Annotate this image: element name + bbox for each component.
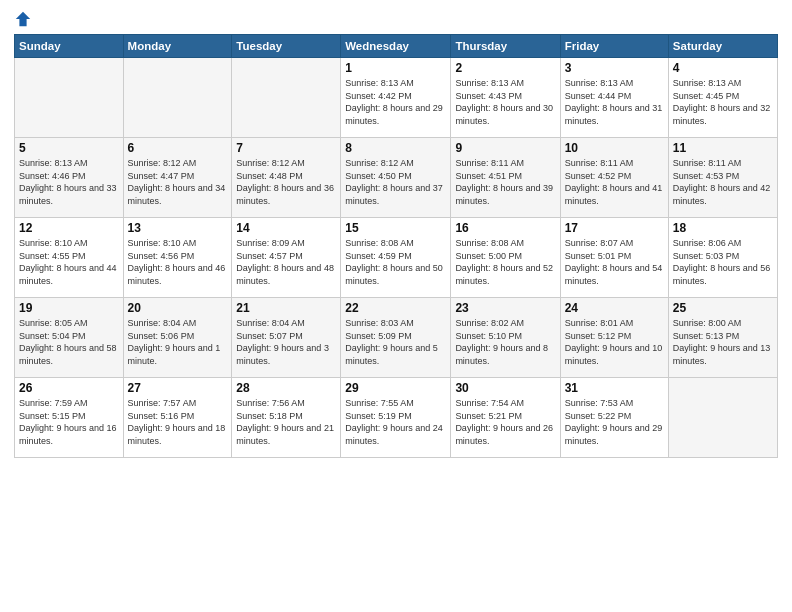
calendar-cell: 25Sunrise: 8:00 AM Sunset: 5:13 PM Dayli… [668, 298, 777, 378]
day-info: Sunrise: 8:10 AM Sunset: 4:55 PM Dayligh… [19, 237, 119, 287]
day-info: Sunrise: 8:13 AM Sunset: 4:44 PM Dayligh… [565, 77, 664, 127]
day-info: Sunrise: 8:04 AM Sunset: 5:06 PM Dayligh… [128, 317, 228, 367]
calendar-cell: 15Sunrise: 8:08 AM Sunset: 4:59 PM Dayli… [341, 218, 451, 298]
day-info: Sunrise: 7:57 AM Sunset: 5:16 PM Dayligh… [128, 397, 228, 447]
day-info: Sunrise: 8:06 AM Sunset: 5:03 PM Dayligh… [673, 237, 773, 287]
calendar-cell: 23Sunrise: 8:02 AM Sunset: 5:10 PM Dayli… [451, 298, 560, 378]
day-info: Sunrise: 8:07 AM Sunset: 5:01 PM Dayligh… [565, 237, 664, 287]
calendar-cell [232, 58, 341, 138]
calendar-cell: 7Sunrise: 8:12 AM Sunset: 4:48 PM Daylig… [232, 138, 341, 218]
day-number: 14 [236, 221, 336, 235]
calendar-cell: 3Sunrise: 8:13 AM Sunset: 4:44 PM Daylig… [560, 58, 668, 138]
calendar-cell: 28Sunrise: 7:56 AM Sunset: 5:18 PM Dayli… [232, 378, 341, 458]
calendar: SundayMondayTuesdayWednesdayThursdayFrid… [14, 34, 778, 458]
day-info: Sunrise: 8:00 AM Sunset: 5:13 PM Dayligh… [673, 317, 773, 367]
calendar-week-row: 1Sunrise: 8:13 AM Sunset: 4:42 PM Daylig… [15, 58, 778, 138]
day-info: Sunrise: 8:12 AM Sunset: 4:48 PM Dayligh… [236, 157, 336, 207]
calendar-cell: 8Sunrise: 8:12 AM Sunset: 4:50 PM Daylig… [341, 138, 451, 218]
day-number: 17 [565, 221, 664, 235]
day-number: 5 [19, 141, 119, 155]
day-number: 2 [455, 61, 555, 75]
calendar-cell: 1Sunrise: 8:13 AM Sunset: 4:42 PM Daylig… [341, 58, 451, 138]
calendar-week-row: 12Sunrise: 8:10 AM Sunset: 4:55 PM Dayli… [15, 218, 778, 298]
calendar-cell: 22Sunrise: 8:03 AM Sunset: 5:09 PM Dayli… [341, 298, 451, 378]
weekday-header: Sunday [15, 35, 124, 58]
calendar-cell: 18Sunrise: 8:06 AM Sunset: 5:03 PM Dayli… [668, 218, 777, 298]
calendar-cell: 27Sunrise: 7:57 AM Sunset: 5:16 PM Dayli… [123, 378, 232, 458]
calendar-cell: 31Sunrise: 7:53 AM Sunset: 5:22 PM Dayli… [560, 378, 668, 458]
day-number: 21 [236, 301, 336, 315]
day-info: Sunrise: 8:13 AM Sunset: 4:45 PM Dayligh… [673, 77, 773, 127]
day-number: 31 [565, 381, 664, 395]
day-number: 30 [455, 381, 555, 395]
calendar-cell: 20Sunrise: 8:04 AM Sunset: 5:06 PM Dayli… [123, 298, 232, 378]
calendar-cell: 26Sunrise: 7:59 AM Sunset: 5:15 PM Dayli… [15, 378, 124, 458]
calendar-cell [15, 58, 124, 138]
day-number: 16 [455, 221, 555, 235]
day-info: Sunrise: 7:59 AM Sunset: 5:15 PM Dayligh… [19, 397, 119, 447]
calendar-cell: 14Sunrise: 8:09 AM Sunset: 4:57 PM Dayli… [232, 218, 341, 298]
day-number: 11 [673, 141, 773, 155]
calendar-cell: 19Sunrise: 8:05 AM Sunset: 5:04 PM Dayli… [15, 298, 124, 378]
day-info: Sunrise: 8:05 AM Sunset: 5:04 PM Dayligh… [19, 317, 119, 367]
day-number: 7 [236, 141, 336, 155]
day-number: 13 [128, 221, 228, 235]
day-info: Sunrise: 8:10 AM Sunset: 4:56 PM Dayligh… [128, 237, 228, 287]
day-info: Sunrise: 8:11 AM Sunset: 4:52 PM Dayligh… [565, 157, 664, 207]
calendar-cell [668, 378, 777, 458]
logo [14, 10, 34, 28]
day-number: 6 [128, 141, 228, 155]
calendar-cell: 21Sunrise: 8:04 AM Sunset: 5:07 PM Dayli… [232, 298, 341, 378]
calendar-week-row: 19Sunrise: 8:05 AM Sunset: 5:04 PM Dayli… [15, 298, 778, 378]
day-info: Sunrise: 8:03 AM Sunset: 5:09 PM Dayligh… [345, 317, 446, 367]
calendar-cell: 2Sunrise: 8:13 AM Sunset: 4:43 PM Daylig… [451, 58, 560, 138]
day-info: Sunrise: 8:02 AM Sunset: 5:10 PM Dayligh… [455, 317, 555, 367]
day-number: 29 [345, 381, 446, 395]
day-info: Sunrise: 8:13 AM Sunset: 4:43 PM Dayligh… [455, 77, 555, 127]
day-number: 15 [345, 221, 446, 235]
day-info: Sunrise: 8:01 AM Sunset: 5:12 PM Dayligh… [565, 317, 664, 367]
day-number: 1 [345, 61, 446, 75]
day-number: 23 [455, 301, 555, 315]
calendar-week-row: 26Sunrise: 7:59 AM Sunset: 5:15 PM Dayli… [15, 378, 778, 458]
day-info: Sunrise: 8:11 AM Sunset: 4:51 PM Dayligh… [455, 157, 555, 207]
weekday-header: Saturday [668, 35, 777, 58]
weekday-header: Monday [123, 35, 232, 58]
calendar-cell: 10Sunrise: 8:11 AM Sunset: 4:52 PM Dayli… [560, 138, 668, 218]
calendar-cell: 4Sunrise: 8:13 AM Sunset: 4:45 PM Daylig… [668, 58, 777, 138]
day-info: Sunrise: 8:12 AM Sunset: 4:50 PM Dayligh… [345, 157, 446, 207]
calendar-header-row: SundayMondayTuesdayWednesdayThursdayFrid… [15, 35, 778, 58]
weekday-header: Friday [560, 35, 668, 58]
weekday-header: Wednesday [341, 35, 451, 58]
day-number: 18 [673, 221, 773, 235]
day-info: Sunrise: 8:08 AM Sunset: 4:59 PM Dayligh… [345, 237, 446, 287]
calendar-cell: 12Sunrise: 8:10 AM Sunset: 4:55 PM Dayli… [15, 218, 124, 298]
day-number: 24 [565, 301, 664, 315]
day-info: Sunrise: 8:04 AM Sunset: 5:07 PM Dayligh… [236, 317, 336, 367]
day-info: Sunrise: 8:12 AM Sunset: 4:47 PM Dayligh… [128, 157, 228, 207]
day-info: Sunrise: 7:55 AM Sunset: 5:19 PM Dayligh… [345, 397, 446, 447]
calendar-cell [123, 58, 232, 138]
day-info: Sunrise: 8:13 AM Sunset: 4:42 PM Dayligh… [345, 77, 446, 127]
day-number: 27 [128, 381, 228, 395]
day-number: 10 [565, 141, 664, 155]
day-number: 26 [19, 381, 119, 395]
day-number: 4 [673, 61, 773, 75]
day-info: Sunrise: 7:53 AM Sunset: 5:22 PM Dayligh… [565, 397, 664, 447]
day-info: Sunrise: 8:09 AM Sunset: 4:57 PM Dayligh… [236, 237, 336, 287]
day-number: 28 [236, 381, 336, 395]
day-number: 19 [19, 301, 119, 315]
day-number: 25 [673, 301, 773, 315]
calendar-cell: 11Sunrise: 8:11 AM Sunset: 4:53 PM Dayli… [668, 138, 777, 218]
day-info: Sunrise: 7:56 AM Sunset: 5:18 PM Dayligh… [236, 397, 336, 447]
day-info: Sunrise: 8:13 AM Sunset: 4:46 PM Dayligh… [19, 157, 119, 207]
day-number: 9 [455, 141, 555, 155]
calendar-cell: 29Sunrise: 7:55 AM Sunset: 5:19 PM Dayli… [341, 378, 451, 458]
calendar-cell: 6Sunrise: 8:12 AM Sunset: 4:47 PM Daylig… [123, 138, 232, 218]
day-number: 22 [345, 301, 446, 315]
day-number: 3 [565, 61, 664, 75]
weekday-header: Thursday [451, 35, 560, 58]
day-number: 8 [345, 141, 446, 155]
calendar-cell: 13Sunrise: 8:10 AM Sunset: 4:56 PM Dayli… [123, 218, 232, 298]
header [14, 10, 778, 28]
